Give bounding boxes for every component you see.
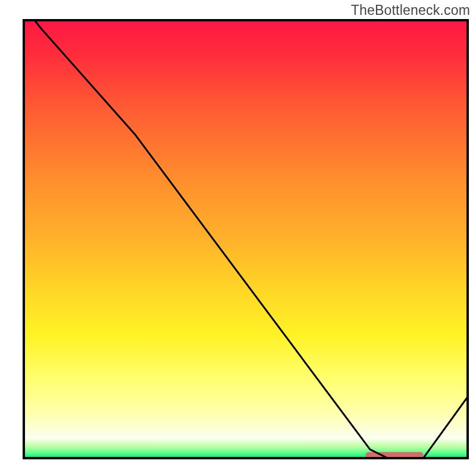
bottleneck-chart — [0, 0, 476, 476]
watermark-text: TheBottleneck.com — [351, 2, 470, 18]
plot-background — [24, 20, 468, 458]
